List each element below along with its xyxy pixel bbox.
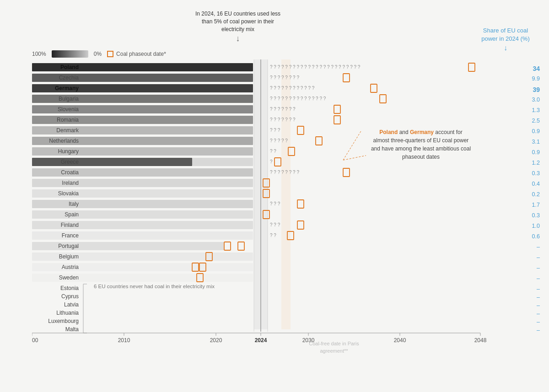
svg-rect-35 bbox=[192, 158, 253, 166]
chart-container: In 2024, 16 EU countries used less than … bbox=[0, 0, 549, 392]
country-label-luxembourg: Luxembourg bbox=[48, 318, 79, 324]
country-label-slovakia: Slovakia bbox=[58, 190, 79, 197]
svg-text:? ? ? ? ?: ? ? ? ? ? bbox=[270, 138, 288, 143]
country-label-poland: Poland bbox=[60, 64, 79, 70]
arrow-down-icon: ↓ bbox=[192, 33, 284, 44]
svg-text:? ? ? ? ? ? ? ? ? ? ? ? ? ? ?: ? ? ? ? ? ? ? ? ? ? ? ? ? ? ? bbox=[270, 96, 326, 101]
legend-phaseout-box bbox=[107, 51, 113, 57]
country-label-bulgaria: Bulgaria bbox=[59, 96, 79, 102]
share-finland: 1.0 bbox=[532, 223, 540, 229]
svg-text:? ? ? ? ? ? ? ?: ? ? ? ? ? ? ? ? bbox=[270, 170, 299, 175]
legend-phaseout: Coal phaseout date* bbox=[107, 51, 166, 57]
svg-line-6 bbox=[343, 156, 366, 160]
country-label-italy: Italy bbox=[69, 201, 79, 207]
legend-phaseout-label: Coal phaseout date* bbox=[116, 51, 166, 57]
share-cyprus: – bbox=[537, 294, 540, 301]
share-poland: 34 bbox=[533, 65, 540, 72]
share-estonia: – bbox=[537, 286, 540, 292]
country-label-spain: Spain bbox=[65, 211, 79, 218]
share-germany: 39 bbox=[533, 86, 540, 93]
country-label-hungary: Hungary bbox=[58, 148, 79, 155]
legend-right-label: 0% bbox=[94, 51, 102, 57]
svg-text:2048: 2048 bbox=[474, 337, 487, 344]
svg-text:? ? ? ? ? ? ?: ? ? ? ? ? ? ? bbox=[270, 107, 296, 112]
share-france: 0.6 bbox=[532, 233, 540, 240]
coal-free-text: Coal-free date in Paris agreement** bbox=[309, 341, 359, 353]
six-countries-text: 6 EU countries never had coal in their e… bbox=[94, 284, 215, 289]
share-belgium: – bbox=[537, 254, 540, 261]
share-austria: – bbox=[537, 265, 540, 271]
share-slovakia: 0.2 bbox=[532, 191, 540, 198]
share-croatia: 0.3 bbox=[532, 170, 540, 177]
country-label-slovenia: Slovenia bbox=[58, 106, 79, 113]
svg-text:? ? ? ? ? ? ? ?: ? ? ? ? ? ? ? ? bbox=[270, 75, 299, 80]
svg-rect-37 bbox=[274, 158, 281, 166]
country-label-france: France bbox=[62, 232, 79, 239]
share-ireland: 0.4 bbox=[532, 181, 540, 187]
share-header-text: Share of EU coal power in 2024 (%) bbox=[480, 27, 531, 43]
annotation-box-poland-germany: Poland and Germany account for almost th… bbox=[371, 128, 471, 161]
share-hungary: 0.9 bbox=[532, 149, 540, 156]
annotation-top: In 2024, 16 EU countries used less than … bbox=[192, 10, 284, 45]
svg-rect-18 bbox=[380, 95, 386, 103]
country-label-malta: Malta bbox=[65, 326, 79, 333]
coal-free-annotation: Coal-free date in Paris agreement** bbox=[304, 340, 364, 354]
share-czechia: 9.9 bbox=[532, 75, 540, 82]
svg-rect-52 bbox=[297, 221, 304, 229]
country-label-sweden: Sweden bbox=[59, 274, 79, 281]
svg-rect-40 bbox=[343, 168, 350, 177]
svg-rect-9 bbox=[468, 63, 475, 71]
share-bulgaria: 3.0 bbox=[532, 97, 540, 103]
svg-text:? ?: ? ? bbox=[270, 233, 276, 238]
svg-rect-21 bbox=[334, 105, 340, 113]
share-romania: 2.5 bbox=[532, 118, 540, 124]
country-label-denmark: Denmark bbox=[56, 127, 79, 134]
share-denmark: 0.9 bbox=[532, 128, 540, 134]
annotation-top-text: In 2024, 16 EU countries used less than … bbox=[195, 11, 280, 32]
share-netherlands: 3.1 bbox=[532, 139, 540, 145]
legend-left-label: 100% bbox=[32, 51, 46, 57]
legend-area: 100% 0% Coal phaseout date* bbox=[32, 50, 166, 58]
svg-text:2040: 2040 bbox=[394, 337, 406, 344]
main-chart-svg: ? ? ? ? ? ? ? ? ? ? ? ? ? ? ? ? ? ? ? ? … bbox=[32, 59, 517, 361]
country-label-netherlands: Netherlands bbox=[49, 138, 79, 144]
annotation-germany-label: Germany bbox=[410, 129, 434, 135]
share-header: Share of EU coal power in 2024 (%) ↓ bbox=[480, 27, 531, 54]
country-label-ireland: Ireland bbox=[62, 180, 79, 186]
svg-rect-30 bbox=[316, 137, 322, 145]
svg-text:? ? ?: ? ? ? bbox=[270, 222, 280, 227]
country-label-cyprus: Cyprus bbox=[61, 293, 79, 300]
country-label-estonia: Estonia bbox=[60, 285, 79, 291]
svg-text:2024: 2024 bbox=[255, 337, 267, 344]
svg-rect-12 bbox=[343, 74, 350, 82]
annotation-poland-label: Poland bbox=[379, 129, 398, 135]
svg-rect-15 bbox=[371, 84, 377, 92]
country-label-portugal: Portugal bbox=[58, 243, 79, 249]
svg-text:? ? ? ? ? ? ? ? ? ? ? ?: ? ? ? ? ? ? ? ? ? ? ? ? bbox=[270, 86, 315, 91]
country-label-czechia: Czechia bbox=[59, 75, 79, 81]
share-values: 34 9.9 39 3.0 1.3 2.5 0.9 3.1 0.9 1.2 0.… bbox=[512, 59, 540, 361]
country-label-romania: Romania bbox=[57, 117, 79, 123]
svg-text:? ?: ? ? bbox=[270, 149, 276, 154]
legend-gradient bbox=[52, 50, 88, 58]
share-malta: – bbox=[537, 327, 540, 333]
share-latvia: – bbox=[537, 302, 540, 309]
share-arrow-icon: ↓ bbox=[480, 43, 531, 53]
svg-text:? ? ?: ? ? ? bbox=[270, 201, 280, 206]
svg-text:2010: 2010 bbox=[118, 337, 130, 344]
country-label-belgium: Belgium bbox=[59, 253, 79, 260]
six-countries-note: 6 EU countries never had coal in their e… bbox=[94, 283, 215, 290]
share-sweden: – bbox=[537, 275, 540, 282]
share-slovenia: 1.3 bbox=[532, 107, 540, 113]
share-lithuania: – bbox=[537, 311, 540, 317]
country-label-austria: Austria bbox=[62, 264, 79, 270]
country-label-germany: Germany bbox=[55, 85, 79, 91]
svg-text:? ? ?: ? ? ? bbox=[270, 128, 280, 133]
svg-rect-47 bbox=[297, 200, 304, 208]
share-luxembourg: – bbox=[537, 319, 540, 325]
svg-rect-57 bbox=[224, 242, 231, 250]
svg-text:? ? ? ? ? ? ?: ? ? ? ? ? ? ? bbox=[270, 117, 296, 122]
country-label-croatia: Croatia bbox=[61, 169, 79, 176]
country-labels: Poland Czechia Germany Bulgaria Slovenia… bbox=[32, 59, 82, 361]
country-label-greece: Greece bbox=[61, 159, 79, 165]
